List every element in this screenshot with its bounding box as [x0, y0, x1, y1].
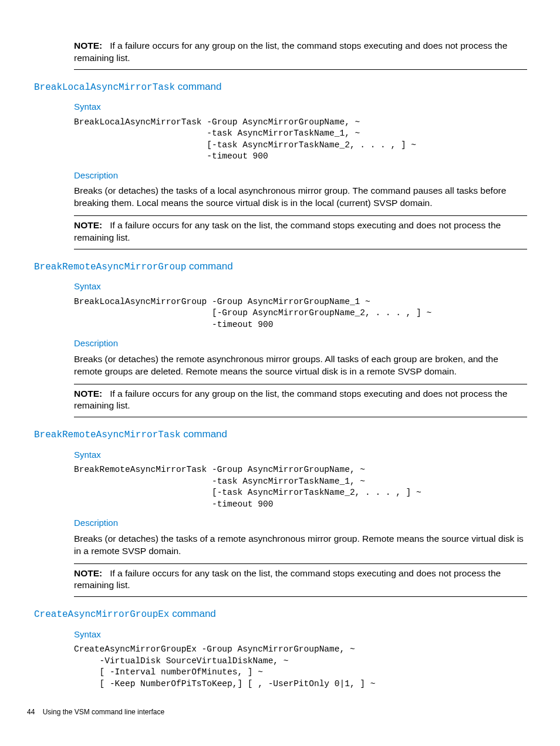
- description-text: Breaks (or detaches) the tasks of a loca…: [74, 185, 527, 210]
- description-text: Breaks (or detaches) the remote asynchro…: [74, 353, 527, 378]
- syntax-code: BreakLocalAsyncMirrorGroup -Group AsyncM…: [74, 296, 527, 331]
- section-heading: BreakRemoteAsyncMirrorGroup command: [34, 260, 533, 274]
- syntax-heading: Syntax: [74, 629, 527, 640]
- top-note: NOTE: If a failure occurs for any group …: [74, 40, 527, 70]
- description-heading: Description: [74, 337, 527, 349]
- note-label: NOTE:: [74, 220, 102, 230]
- command-suffix: command: [181, 428, 227, 440]
- syntax-code: CreateAsyncMirrorGroupEx -Group AsyncMir…: [74, 644, 527, 690]
- command-suffix: command: [175, 81, 221, 92]
- syntax-heading: Syntax: [74, 449, 527, 461]
- note-text: If a failure occurs for any task on the …: [74, 568, 501, 590]
- note-text: If a failure occurs for any group on the…: [74, 389, 507, 411]
- footer-title: Using the VSM command line interface: [43, 708, 164, 716]
- section-heading: BreakRemoteAsyncMirrorTask command: [34, 428, 533, 442]
- command-suffix: command: [186, 261, 232, 272]
- page-footer: 44 Using the VSM command line interface: [27, 707, 533, 717]
- syntax-code: BreakLocalAsyncMirrorTask -Group AsyncMi…: [74, 117, 527, 163]
- syntax-heading: Syntax: [74, 101, 527, 113]
- syntax-heading: Syntax: [74, 281, 527, 292]
- note-label: NOTE:: [74, 389, 102, 399]
- note-block: NOTE: If a failure occurs for any task o…: [74, 563, 527, 598]
- command-suffix: command: [169, 608, 215, 619]
- note-label: NOTE:: [74, 40, 102, 50]
- description-heading: Description: [74, 170, 527, 181]
- description-text: Breaks (or detaches) the tasks of a remo…: [74, 533, 527, 558]
- note-block: NOTE: If a failure occurs for any group …: [74, 384, 527, 418]
- section-heading: BreakLocalAsyncMirrorTask command: [34, 80, 533, 94]
- command-name: BreakLocalAsyncMirrorTask: [34, 82, 175, 93]
- syntax-code: BreakRemoteAsyncMirrorTask -Group AsyncM…: [74, 464, 527, 510]
- page-number: 44: [27, 708, 35, 716]
- command-name: CreateAsyncMirrorGroupEx: [34, 609, 169, 620]
- command-name: BreakRemoteAsyncMirrorTask: [34, 430, 181, 440]
- description-heading: Description: [74, 517, 527, 529]
- section-heading: CreateAsyncMirrorGroupEx command: [34, 607, 533, 622]
- note-block: NOTE: If a failure occurs for any task o…: [74, 215, 527, 249]
- note-text: If a failure occurs for any group on the…: [74, 40, 507, 63]
- note-text: If a failure occurs for any task on the …: [74, 220, 501, 242]
- command-name: BreakRemoteAsyncMirrorGroup: [34, 262, 186, 272]
- note-label: NOTE:: [74, 568, 102, 578]
